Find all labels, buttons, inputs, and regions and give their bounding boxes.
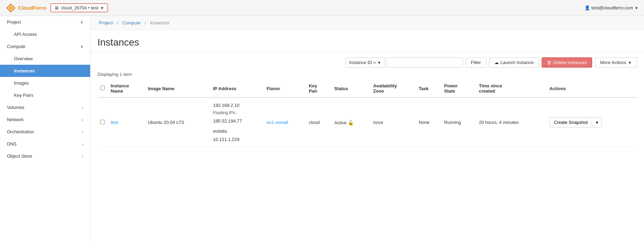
chevron-down-icon: ▼ xyxy=(628,61,632,65)
sidebar-item-project[interactable]: Project ∨ xyxy=(0,16,90,28)
sidebar-item-label: Orchestration xyxy=(7,129,34,134)
floating-ips-label: Floating IPs: xyxy=(213,109,261,117)
displaying-count: Displaying 1 item xyxy=(97,72,637,77)
col-time-since-created: Time sincecreated xyxy=(476,80,547,97)
logo-text: CloudFerro xyxy=(18,5,46,11)
select-all-checkbox[interactable] xyxy=(100,86,105,90)
more-actions-button[interactable]: More Actions ▼ xyxy=(595,57,637,68)
flavor-link[interactable]: eo1.xsmall xyxy=(267,120,288,125)
breadcrumb-sep2: / xyxy=(145,20,147,25)
chevron-down-icon: ▼ xyxy=(377,61,381,65)
breadcrumb: Project / Compute / Instances xyxy=(91,16,644,30)
sidebar-item-key-pairs[interactable]: Key Pairs xyxy=(0,89,90,101)
row-status: Active 🔓 xyxy=(331,97,370,147)
user-icon: 👤 xyxy=(584,5,590,10)
toolbar: Instance ID = ▼ Filter ☁ Launch Instance… xyxy=(97,57,637,68)
topbar: CloudFerro 🖥 cloud_26704 • test ▼ 👤 test… xyxy=(0,0,644,16)
sidebar-item-overview[interactable]: Overview xyxy=(0,53,90,65)
col-ip-address: IP Address xyxy=(210,80,264,97)
row-key-pair: cloud xyxy=(306,97,331,147)
sidebar-item-label: Images xyxy=(14,80,29,86)
filter-select[interactable]: Instance ID = ▼ xyxy=(345,57,385,68)
breadcrumb-project[interactable]: Project xyxy=(99,20,113,25)
select-all-header[interactable] xyxy=(97,80,108,97)
monitor-icon: 🖥 xyxy=(54,5,59,10)
sidebar-item-dns[interactable]: DNS › xyxy=(0,138,90,150)
col-actions: Actions xyxy=(547,80,637,97)
row-checkbox[interactable] xyxy=(100,120,105,124)
row-ip-address: 192.168.2.10 Floating IPs: 185.52.194.77… xyxy=(210,97,264,147)
chevron-right-icon: › xyxy=(82,118,83,122)
chevron-right-icon: › xyxy=(82,105,83,110)
sidebar-item-label: Instances xyxy=(14,68,35,73)
sidebar-item-instances[interactable]: Instances xyxy=(0,65,90,77)
sidebar-item-api-access[interactable]: API Access xyxy=(0,28,90,40)
filter-select-label: Instance ID = xyxy=(349,60,376,65)
col-status: Status xyxy=(331,80,370,97)
row-time-since-created: 20 hours, 4 minutes xyxy=(476,97,547,147)
network-ip: 10.111.1.229 xyxy=(213,135,261,143)
breadcrumb-instances: Instances xyxy=(150,20,170,25)
sidebar-item-label: DNS xyxy=(7,141,16,147)
topbar-left: CloudFerro 🖥 cloud_26704 • test ▼ xyxy=(6,3,108,13)
chevron-right-icon: › xyxy=(82,142,83,146)
table-header-row: InstanceName Image Name IP Address Flavo… xyxy=(97,80,637,97)
sidebar-item-orchestration[interactable]: Orchestration › xyxy=(0,126,90,138)
launch-instance-button[interactable]: ☁ Launch Instance xyxy=(489,57,539,68)
sidebar-item-images[interactable]: Images xyxy=(0,77,90,89)
layout: Project ∨ API Access Compute ∨ Overview … xyxy=(0,16,644,244)
col-flavor: Flavor xyxy=(264,80,306,97)
page-title: Instances xyxy=(91,30,644,52)
chevron-down-icon: ▼ xyxy=(595,120,599,125)
create-snapshot-button[interactable]: Create Snapshot xyxy=(549,117,592,127)
main-content: Project / Compute / Instances Instances … xyxy=(91,16,644,244)
sidebar-item-compute-label: Compute xyxy=(7,44,25,49)
sidebar-item-project-label: Project xyxy=(7,19,21,25)
sidebar-item-volumes[interactable]: Volumes › xyxy=(0,101,90,113)
row-flavor: eo1.xsmall xyxy=(264,97,306,147)
col-image-name: Image Name xyxy=(145,80,210,97)
row-checkbox-cell[interactable] xyxy=(97,97,108,147)
project-selector[interactable]: 🖥 cloud_26704 • test ▼ xyxy=(50,3,108,12)
col-instance-name: InstanceName xyxy=(108,80,145,97)
col-power-state: PowerState xyxy=(441,80,476,97)
chevron-down-icon: ▼ xyxy=(635,6,638,10)
project-selector-label: cloud_26704 • test xyxy=(61,5,98,10)
sidebar-item-network[interactable]: Network › xyxy=(0,113,90,126)
user-menu[interactable]: 👤 test@cloudferro.com ▼ xyxy=(584,5,638,10)
sidebar-item-object-store[interactable]: Object Store › xyxy=(0,150,90,162)
row-availability-zone: nova xyxy=(370,97,416,147)
breadcrumb-compute[interactable]: Compute xyxy=(122,20,141,25)
action-btn-group: Create Snapshot ▼ xyxy=(549,117,634,127)
trash-icon: 🗑 xyxy=(547,60,551,65)
content-area: Instance ID = ▼ Filter ☁ Launch Instance… xyxy=(91,52,644,153)
sidebar-item-label: Key Pairs xyxy=(14,93,33,98)
instances-table: InstanceName Image Name IP Address Flavo… xyxy=(97,80,637,147)
user-email: test@cloudferro.com xyxy=(591,5,633,10)
sidebar-item-label: Overview xyxy=(14,56,33,61)
col-availability-zone: AvailabilityZone xyxy=(370,80,416,97)
row-power-state: Running xyxy=(441,97,476,147)
filter-button[interactable]: Filter xyxy=(466,57,486,68)
action-dropdown-button[interactable]: ▼ xyxy=(592,117,602,127)
col-task: Task xyxy=(416,80,441,97)
row-task: None xyxy=(416,97,441,147)
chevron-right-icon: › xyxy=(82,154,83,158)
delete-instances-button[interactable]: 🗑 Delete Instances xyxy=(542,57,592,68)
ip-main: 192.168.2.10 xyxy=(213,101,261,109)
row-actions: Create Snapshot ▼ xyxy=(547,97,637,147)
network-name: eodata xyxy=(213,127,261,135)
instance-name-link[interactable]: test xyxy=(111,120,118,125)
ip-block: 192.168.2.10 Floating IPs: 185.52.194.77… xyxy=(213,101,261,143)
row-instance-name: test xyxy=(108,97,145,147)
chevron-down-icon: ∨ xyxy=(80,44,83,49)
chevron-down-icon: ▼ xyxy=(100,6,104,10)
sidebar-item-label: Object Store xyxy=(7,154,32,159)
row-image-name: Ubuntu 20.04 LTS xyxy=(145,97,210,147)
sidebar-item-label: Volumes xyxy=(7,105,24,110)
sidebar-item-compute[interactable]: Compute ∨ xyxy=(0,40,90,53)
filter-input[interactable] xyxy=(386,57,463,68)
sidebar-item-label: Network xyxy=(7,117,24,122)
chevron-down-icon: ∨ xyxy=(80,20,83,24)
cloudferro-logo-icon xyxy=(6,3,16,13)
